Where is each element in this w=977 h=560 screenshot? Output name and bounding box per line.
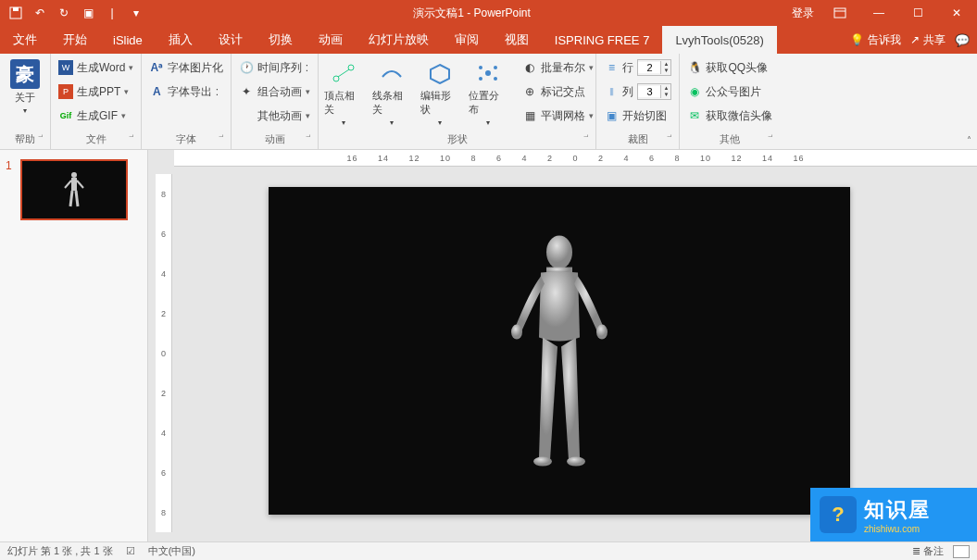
gen-ppt-button[interactable]: P生成PPT <box>56 81 135 102</box>
venn-icon: ◐ <box>522 60 537 75</box>
svg-point-22 <box>596 325 607 340</box>
tab-transition[interactable]: 切换 <box>256 26 306 54</box>
login-link[interactable]: 登录 <box>792 6 814 21</box>
language-indicator[interactable]: 中文(中国) <box>148 544 195 558</box>
other-anim-icon <box>239 108 254 123</box>
start-from-beginning-icon[interactable]: ▣ <box>81 6 94 19</box>
minimize-icon[interactable]: — <box>866 0 892 26</box>
font-export-button[interactable]: A字体导出 : <box>147 81 225 102</box>
slide-thumbnail-1[interactable]: 1 <box>6 159 142 220</box>
gen-gif-button[interactable]: Gif生成GIF <box>56 106 135 126</box>
notes-button[interactable]: ≣ 备注 <box>912 544 944 558</box>
canvas-area: 16 14 12 10 8 6 4 2 0 2 4 6 8 10 12 14 1… <box>148 150 977 541</box>
vertex-button[interactable]: 顶点相关▾ <box>324 57 363 127</box>
svg-rect-2 <box>834 8 845 18</box>
comment-icon[interactable]: 💬 <box>955 33 970 47</box>
group-label-file: 文件 <box>56 132 135 149</box>
font-export-icon: A <box>149 84 164 99</box>
wx-avatar-button[interactable]: ✉获取微信头像 <box>685 106 774 126</box>
qat-more-icon[interactable]: ▾ <box>130 6 143 19</box>
font-to-pic-button[interactable]: Aᵃ字体图片化 <box>147 57 225 78</box>
slide-canvas[interactable] <box>269 187 850 515</box>
grid-icon: ▦ <box>522 108 537 123</box>
col-spinner[interactable]: ▲▼ <box>637 83 671 100</box>
spellcheck-icon[interactable]: ☑ <box>126 545 135 557</box>
combo-anim-button[interactable]: ✦组合动画 <box>237 81 312 102</box>
grid-adjust-button[interactable]: ▦平调网格 <box>520 106 595 126</box>
group-crop: ≡行 ▲▼ ⦀列 ▲▼ ▣开始切图 裁图 <box>596 54 680 149</box>
svg-line-17 <box>70 191 72 206</box>
clock-icon: 🕐 <box>239 60 254 75</box>
svg-rect-1 <box>13 7 19 11</box>
tab-islide[interactable]: iSlide <box>100 26 156 54</box>
start-crop-button[interactable]: ▣开始切图 <box>602 106 673 126</box>
gzh-pic-button[interactable]: ◉公众号图片 <box>685 81 774 102</box>
line-button[interactable]: 线条相关▾ <box>372 57 411 127</box>
menubar: 文件 开始 iSlide 插入 设计 切换 动画 幻灯片放映 审阅 视图 ISP… <box>0 26 977 54</box>
svg-point-10 <box>494 66 497 69</box>
tab-home[interactable]: 开始 <box>50 26 100 54</box>
redo-icon[interactable]: ↻ <box>57 6 70 19</box>
tab-ispring[interactable]: ISPRING FREE 7 <box>542 26 663 54</box>
wechat-official-icon: ◉ <box>687 84 702 99</box>
group-shape: 顶点相关▾ 线条相关▾ 编辑形状▾ 位置分布▾ ◐批量布尔 ⊕标记交点 ▦平调网… <box>319 54 596 149</box>
watermark-icon: ? <box>820 496 857 533</box>
position-button[interactable]: 位置分布▾ <box>469 57 507 127</box>
group-label-help: 帮助 <box>6 132 44 149</box>
tab-design[interactable]: 设计 <box>206 26 256 54</box>
about-button[interactable]: 豪 关于 ▾ <box>6 57 44 115</box>
qq-icon: 🐧 <box>687 60 702 75</box>
tab-review[interactable]: 审阅 <box>442 26 492 54</box>
group-font: Aᵃ字体图片化 A字体导出 : 字体 <box>142 54 232 149</box>
tab-lvyhtools[interactable]: LvyhTools(0528) <box>662 26 776 54</box>
hao-icon: 豪 <box>10 59 40 89</box>
group-animation: 🕐时间序列 : ✦组合动画 其他动画 动画 <box>232 54 319 149</box>
time-sequence-button[interactable]: 🕐时间序列 : <box>237 57 312 78</box>
slide-counter[interactable]: 幻灯片 第 1 张 , 共 1 张 <box>7 544 113 558</box>
human-3d-model <box>495 227 624 486</box>
quick-access-toolbar: ↶ ↻ ▣ | ▾ <box>0 6 152 19</box>
gen-word-button[interactable]: W生成Word <box>56 57 135 78</box>
ribbon-display-icon[interactable] <box>827 0 853 26</box>
wechat-icon: ✉ <box>687 108 702 123</box>
watermark-title: 知识屋 <box>864 496 931 524</box>
distribute-icon <box>474 59 502 87</box>
thumbnail-panel: 1 <box>0 150 148 541</box>
group-label-font: 字体 <box>147 132 225 149</box>
row-spinner[interactable]: ▲▼ <box>637 59 671 76</box>
tab-view[interactable]: 视图 <box>492 26 542 54</box>
row-field: ≡行 ▲▼ <box>602 57 673 78</box>
tab-file[interactable]: 文件 <box>0 26 50 54</box>
tab-slideshow[interactable]: 幻灯片放映 <box>356 26 442 54</box>
cols-icon: ⦀ <box>604 84 619 99</box>
svg-line-15 <box>65 180 71 188</box>
group-other: 🐧获取QQ头像 ◉公众号图片 ✉获取微信头像 其他 <box>680 54 780 149</box>
share-button[interactable]: ↗共享 <box>910 32 946 48</box>
undo-icon[interactable]: ↶ <box>33 6 46 19</box>
svg-point-13 <box>71 172 77 178</box>
group-label-crop: 裁图 <box>602 132 673 149</box>
share-icon: ↗ <box>910 33 920 46</box>
svg-point-11 <box>479 77 482 81</box>
window-title: 演示文稿1 - PowerPoint <box>152 6 792 21</box>
normal-view-icon[interactable] <box>953 545 970 558</box>
qq-avatar-button[interactable]: 🐧获取QQ头像 <box>685 57 774 78</box>
save-icon[interactable] <box>9 6 22 19</box>
vertex-icon <box>330 59 357 87</box>
edit-shape-button[interactable]: 编辑形状▾ <box>420 57 459 127</box>
tell-me[interactable]: 💡告诉我 <box>850 32 901 48</box>
maximize-icon[interactable]: ☐ <box>905 0 931 26</box>
tab-animation[interactable]: 动画 <box>306 26 356 54</box>
col-field: ⦀列 ▲▼ <box>602 81 673 102</box>
close-icon[interactable]: ✕ <box>944 0 970 26</box>
other-anim-button[interactable]: 其他动画 <box>237 106 312 126</box>
batch-bool-button[interactable]: ◐批量布尔 <box>520 57 595 78</box>
gif-icon: Gif <box>58 108 73 123</box>
bulb-icon: 💡 <box>850 33 864 46</box>
tab-insert[interactable]: 插入 <box>156 26 206 54</box>
group-label-shape: 形状 <box>324 132 590 149</box>
rows-icon: ≡ <box>604 60 619 75</box>
mark-intersect-button[interactable]: ⊕标记交点 <box>520 81 595 102</box>
collapse-ribbon-icon[interactable]: ˄ <box>967 135 971 145</box>
word-icon: W <box>58 60 73 75</box>
